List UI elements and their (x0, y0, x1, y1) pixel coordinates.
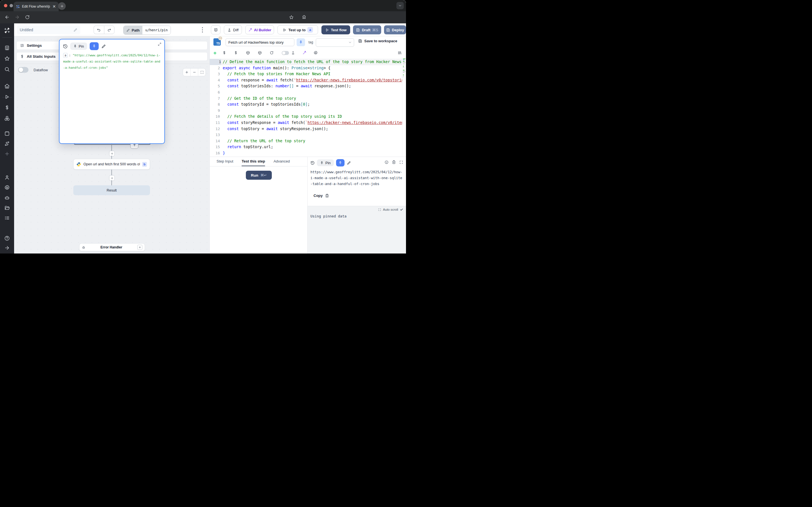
code-line-12[interactable]: 12 const topStory = await storyResponse.… (210, 126, 406, 132)
ai-assist-wand-icon[interactable] (302, 51, 306, 55)
code-line-3[interactable]: 3 // Fetch the top stories from Hacker N… (210, 71, 406, 77)
sidebar-item-grid-icon[interactable] (4, 45, 10, 51)
editor-minimap[interactable] (402, 57, 406, 157)
pin-active-button[interactable] (336, 159, 345, 166)
package-icon[interactable] (258, 51, 262, 55)
info-icon[interactable] (385, 160, 389, 164)
sidebar-item-plus-icon[interactable] (4, 151, 10, 157)
traffic-light-minimize[interactable] (10, 4, 13, 7)
result-node[interactable]: Result (73, 185, 150, 195)
sidebar-item-cubes-icon[interactable] (4, 115, 10, 121)
auto-scroll-control[interactable]: Auto scroll (378, 208, 403, 211)
code-line-11[interactable]: 11 const storyResponse = await fetch(`ht… (210, 120, 406, 126)
editor-toggle[interactable] (282, 51, 289, 55)
docs-button[interactable] (211, 25, 220, 34)
tab-step-input[interactable]: Step Input (216, 157, 233, 166)
code-line-8[interactable]: 8 const topStoryId = topStoriesIds[0]; (210, 101, 406, 108)
sidebar-item-robot-icon[interactable] (4, 195, 10, 201)
sidebar-item-help-icon[interactable] (4, 235, 10, 241)
windmill-logo[interactable] (3, 27, 11, 34)
code-line-10[interactable]: 10 // Fetch the details of the top story… (210, 114, 406, 120)
reload-icon[interactable] (25, 15, 30, 20)
step-node-b[interactable]: Open url and fetch first 500 words of ..… (73, 159, 150, 170)
copy-button[interactable]: Copy (313, 193, 329, 198)
diff-icon[interactable] (291, 51, 295, 55)
code-line-6[interactable]: 6 (210, 89, 406, 96)
sidebar-item-home-icon[interactable] (4, 83, 10, 89)
package-icon[interactable] (246, 51, 250, 55)
error-handler-node[interactable]: Error Handler (79, 243, 145, 251)
add-error-handler-button[interactable] (137, 245, 142, 250)
extensions-icon[interactable] (302, 15, 306, 20)
code-line-7[interactable]: 7 // Get the ID of the top story (210, 96, 406, 102)
code-line-15[interactable]: 15 return topStory.url; (210, 144, 406, 150)
tag-select[interactable] (316, 38, 354, 47)
pin-button[interactable]: Pin (70, 43, 87, 50)
redo-button[interactable] (104, 25, 115, 34)
code-line-13[interactable]: 13 (210, 132, 406, 138)
undo-button[interactable] (94, 25, 104, 34)
code-editor[interactable]: 1// Define the main function to fetch th… (210, 57, 406, 157)
fit-view-button[interactable] (198, 68, 206, 76)
code-line-9[interactable]: 9 (210, 108, 406, 114)
pin-button[interactable]: Pin (317, 159, 334, 166)
code-line-1[interactable]: 1// Define the main function to fetch th… (210, 59, 406, 65)
test-flow-button[interactable]: Test flow (321, 25, 350, 34)
pin-toggle-button[interactable] (297, 38, 305, 46)
sidebar-item-calendar-icon[interactable] (4, 131, 10, 136)
run-button[interactable]: Run ⌘↵ (246, 171, 272, 180)
editor-settings-gear-icon[interactable] (313, 51, 318, 55)
save-to-workspace-button[interactable]: Save to workspace (358, 39, 397, 43)
ai-builder-button[interactable]: AI Builder (245, 25, 274, 34)
step-name-input[interactable] (225, 38, 294, 46)
sidebar-item-star-icon[interactable] (4, 56, 10, 61)
draft-button[interactable]: Draft⌘S (353, 25, 381, 34)
code-line-5[interactable]: 5 const topStoriesIds: number[] = await … (210, 83, 406, 89)
code-line-14[interactable]: 14 // Return the URL of the top story (210, 138, 406, 144)
history-icon[interactable] (63, 44, 68, 49)
more-options-button[interactable] (199, 26, 206, 34)
sidebar-item-folder-icon[interactable] (4, 205, 10, 211)
flow-path-button[interactable]: Path u/henri/pin (123, 25, 171, 35)
sidebar-item-dollar-icon[interactable] (4, 105, 10, 110)
diff-button[interactable]: Diff (224, 25, 242, 34)
insert-step-button[interactable] (109, 175, 115, 181)
pin-active-button[interactable] (90, 42, 99, 50)
tab-close-icon[interactable]: ✕ (52, 4, 56, 8)
bookmark-star-icon[interactable] (289, 15, 294, 20)
expand-icon[interactable] (158, 42, 161, 46)
edit-pencil-icon[interactable] (101, 44, 106, 49)
browser-tab[interactable]: Edit Flow u/henri/pin_results ✕ (13, 2, 59, 11)
tab-test-this-step[interactable]: Test this step (242, 157, 265, 166)
flow-summary-field[interactable]: Untitled (17, 25, 80, 34)
sidebar-item-search-icon[interactable] (4, 66, 10, 72)
variable-picker-icon[interactable] (222, 51, 226, 55)
resource-picker-icon[interactable] (234, 51, 238, 55)
new-tab-button[interactable] (58, 2, 66, 10)
code-line-2[interactable]: 2export async function main(): Promise<s… (210, 65, 406, 71)
fullscreen-icon[interactable] (399, 160, 403, 164)
traffic-light-close[interactable] (4, 4, 7, 7)
code-line-16[interactable]: 16} (210, 150, 406, 156)
sidebar-item-play-icon[interactable] (4, 94, 10, 100)
tab-advanced[interactable]: Advanced (273, 157, 290, 166)
zoom-in-button[interactable] (183, 68, 190, 76)
sidebar-item-person-icon[interactable] (4, 175, 10, 180)
code-line-4[interactable]: 4 const response = await fetch('https://… (210, 77, 406, 83)
test-up-to-button[interactable]: Test up to a (277, 25, 318, 34)
edit-pencil-icon[interactable] (347, 161, 351, 165)
insert-step-button[interactable] (109, 151, 115, 156)
sidebar-item-list-icon[interactable] (4, 215, 10, 221)
clipboard-icon[interactable] (392, 160, 396, 164)
back-icon[interactable] (4, 15, 10, 20)
sidebar-item-arrow-right-icon[interactable] (4, 245, 10, 251)
dataflow-toggle[interactable] (18, 67, 29, 73)
sidebar-item-route-icon[interactable] (4, 141, 10, 147)
library-icon[interactable] (398, 51, 402, 55)
zoom-out-button[interactable] (190, 68, 198, 76)
tab-search-chevron[interactable] (396, 2, 404, 9)
forward-icon[interactable] (15, 15, 20, 20)
sidebar-item-gear-icon[interactable] (4, 185, 10, 190)
deploy-button[interactable]: Deploy (384, 25, 406, 34)
reset-icon[interactable] (269, 51, 274, 55)
